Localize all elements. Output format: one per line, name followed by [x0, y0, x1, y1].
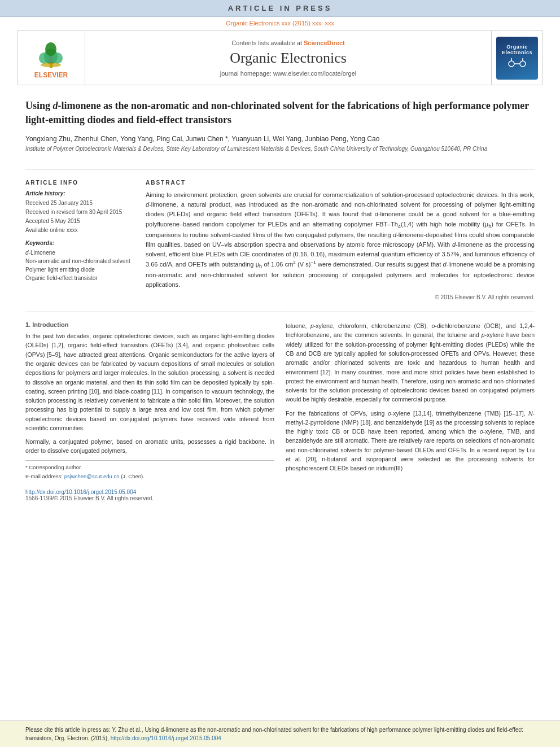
- aip-text: ARTICLE IN PRESS: [228, 4, 333, 12]
- footnote-email: E-mail address: psjwchen@scut.edu.cn (J.…: [25, 473, 274, 480]
- keywords-label: Keywords:: [25, 240, 135, 246]
- separator-2: [25, 312, 535, 312]
- abstract-header: ABSTRACT: [146, 180, 535, 186]
- body-right-col: toluene, p-xylene, chloroform, chloroben…: [286, 321, 535, 482]
- affiliation-line: Institute of Polymer Optoelectronic Mate…: [25, 146, 535, 152]
- abstract-col: ABSTRACT Aiming to environment protectio…: [146, 180, 535, 300]
- intro-para-1: In the past two decades, organic optoele…: [25, 331, 274, 433]
- doi-section: http://dx.doi.org/10.1016/j.orgel.2015.0…: [0, 486, 560, 503]
- email-link[interactable]: psjwchen@scut.edu.cn: [64, 473, 120, 479]
- svg-point-7: [520, 61, 526, 67]
- contents-text: Contents lists available at: [231, 40, 302, 46]
- abstract-body: Aiming to environment protection, green …: [146, 190, 535, 290]
- doi-url-1[interactable]: http://dx.doi.org/10.1016/j.orgel.2015.0…: [25, 489, 136, 495]
- online-date: Available online xxxx: [25, 226, 135, 234]
- history-label: Article history:: [25, 190, 135, 196]
- journal-logo-right: Organic Electronics: [492, 31, 542, 85]
- footnote-section: * Corresponding author. E-mail address: …: [25, 460, 274, 481]
- homepage-line: journal homepage: www.elsevier.com/locat…: [220, 70, 357, 77]
- doi-link-1: http://dx.doi.org/10.1016/j.orgel.2015.0…: [25, 489, 535, 495]
- right-para-2: For the fabrications of OPVs, using o-xy…: [286, 409, 535, 473]
- article-title-section: Using d-limonene as the non-aromatic and…: [0, 89, 560, 163]
- citation-bar: Please cite this article in press as: Y.…: [0, 720, 560, 747]
- body-section: 1. Introduction In the past two decades,…: [0, 318, 560, 486]
- doi-line-2: 1566-1199/© 2015 Elsevier B.V. All right…: [25, 495, 535, 501]
- page: ARTICLE IN PRESS Organic Electronics xxx…: [0, 0, 560, 747]
- logo-line2: Electronics: [502, 50, 532, 55]
- sciencedirect-text: ScienceDirect: [304, 40, 345, 46]
- citation-doi-link[interactable]: http://dx.doi.org/10.1016/j.orgel.2015.0…: [111, 735, 221, 741]
- section-title: Introduction: [32, 321, 68, 328]
- elsevier-logo-section: ELSEVIER: [18, 31, 85, 85]
- intro-para-2: Normally, a conjugated polymer, based on…: [25, 437, 274, 456]
- email-label: E-mail address:: [25, 473, 63, 479]
- journal-center-header: Contents lists available at ScienceDirec…: [85, 31, 492, 85]
- authors-line: Yongxiang Zhu, Zhenhui Chen, Yong Yang, …: [25, 135, 535, 143]
- revised-date: Received in revised form 30 April 2015: [25, 208, 135, 216]
- logo-line1: Organic: [506, 44, 528, 50]
- article-title: Using d-limonene as the non-aromatic and…: [25, 99, 535, 127]
- aip-banner: ARTICLE IN PRESS: [0, 0, 560, 17]
- footnote-corresponding: * Corresponding author.: [25, 464, 274, 471]
- section-num: 1.: [25, 321, 32, 328]
- email-suffix: (J. Chen).: [121, 473, 145, 479]
- contents-line: Contents lists available at ScienceDirec…: [231, 40, 345, 46]
- logo-circuit-icon: [506, 55, 528, 72]
- journal-mini-logo: Organic Electronics: [496, 37, 538, 80]
- keyword-4: Organic field-effect transistor: [25, 274, 135, 282]
- keyword-3: Polymer light emitting diode: [25, 265, 135, 274]
- accepted-date: Accepted 5 May 2015: [25, 217, 135, 225]
- right-para-1: toluene, p-xylene, chloroform, chloroben…: [286, 321, 535, 404]
- journal-ref-text: Organic Electronics xxx (2015) xxx–xxx: [226, 20, 334, 27]
- elsevier-wordmark: ELSEVIER: [34, 71, 68, 79]
- journal-ref-line: Organic Electronics xxx (2015) xxx–xxx: [0, 17, 560, 28]
- citation-text: Please cite this article in press as: Y.…: [25, 727, 523, 741]
- section-heading: 1. Introduction: [25, 321, 274, 328]
- keyword-1: d-Limonene: [25, 248, 135, 257]
- svg-point-6: [509, 61, 514, 67]
- svg-point-5: [41, 63, 61, 67]
- elsevier-tree-icon: [33, 37, 69, 69]
- received-date: Received 25 January 2015: [25, 199, 135, 207]
- info-abstract-section: ARTICLE INFO Article history: Received 2…: [0, 175, 560, 306]
- journal-name-header: Organic Electronics: [230, 50, 347, 67]
- article-info-header: ARTICLE INFO: [25, 180, 135, 186]
- body-left-col: 1. Introduction In the past two decades,…: [25, 321, 274, 482]
- article-info-col: ARTICLE INFO Article history: Received 2…: [25, 180, 135, 300]
- svg-point-4: [45, 42, 56, 56]
- copyright-text: © 2015 Elsevier B.V. All rights reserved…: [146, 294, 535, 300]
- authors-text: Yongxiang Zhu, Zhenhui Chen, Yong Yang, …: [25, 135, 379, 143]
- separator-1: [25, 169, 535, 169]
- keyword-2: Non-aromatic and non-chlorinated solvent: [25, 257, 135, 265]
- journal-header: ELSEVIER Contents lists available at Sci…: [17, 30, 543, 85]
